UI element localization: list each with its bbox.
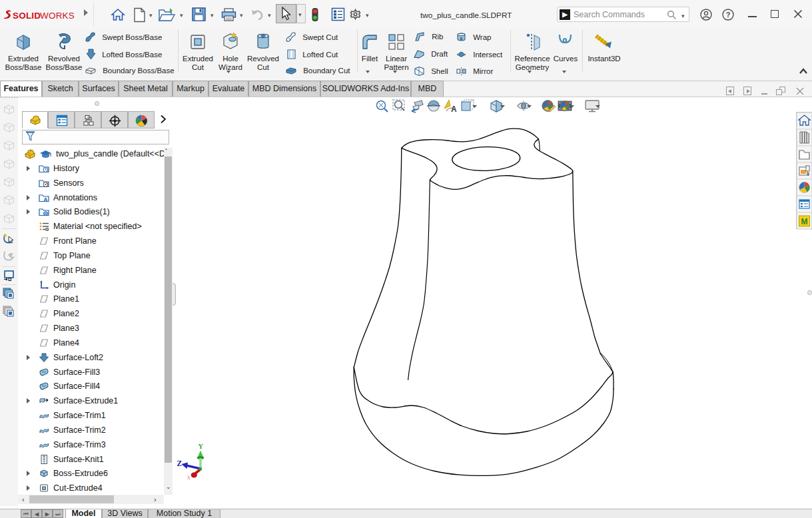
svg-text:A: A xyxy=(451,105,457,114)
svg-text:a: a xyxy=(460,36,463,41)
svg-text:Y: Y xyxy=(199,443,204,450)
svg-text:A: A xyxy=(44,196,48,202)
svg-text:Z: Z xyxy=(177,459,183,467)
svg-text:x: x xyxy=(187,474,191,481)
svg-text:WORKS: WORKS xyxy=(40,11,75,21)
svg-text:?: ? xyxy=(726,11,731,19)
svg-text:SOLID: SOLID xyxy=(13,11,41,21)
svg-text:M: M xyxy=(801,217,808,226)
